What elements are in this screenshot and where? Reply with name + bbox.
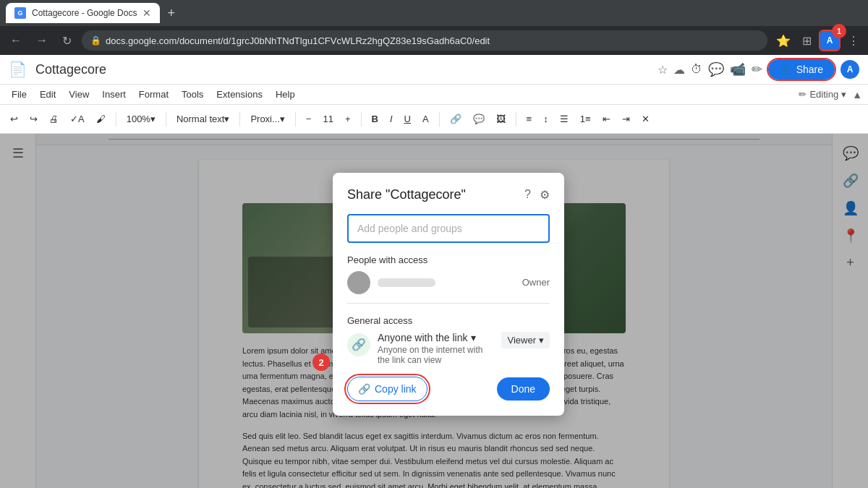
line-spacing-button[interactable]: ↕ bbox=[539, 111, 553, 127]
docs-menu-bar: File Edit View Insert Format Tools Exten… bbox=[0, 84, 868, 104]
bold-button[interactable]: B bbox=[367, 111, 383, 127]
redo-button[interactable]: ↪ bbox=[25, 111, 42, 127]
edit-pencil-icon: ✏ bbox=[799, 89, 807, 100]
help-icon[interactable]: ? bbox=[524, 188, 531, 202]
spellcheck-button[interactable]: ✓A bbox=[66, 111, 89, 127]
sidebar-left: ☰ bbox=[0, 134, 36, 488]
forward-button[interactable]: → bbox=[32, 31, 52, 50]
share-modal[interactable]: Share "Cottagecore" ? ⚙ People with acce… bbox=[333, 173, 564, 416]
font-size-increase[interactable]: + bbox=[341, 111, 355, 127]
history-icon[interactable]: ⏱ bbox=[691, 63, 702, 77]
modal-title-icons: ? ⚙ bbox=[524, 188, 550, 202]
people-sidebar-icon[interactable]: 👤 bbox=[843, 200, 859, 216]
viewer-chevron-icon: ▾ bbox=[539, 335, 544, 346]
docs-logo: 📄 bbox=[9, 61, 27, 78]
menu-icon[interactable]: ⋮ bbox=[845, 31, 862, 51]
indent-increase-button[interactable]: ⇥ bbox=[618, 111, 634, 127]
map-sidebar-icon[interactable]: 📍 bbox=[843, 228, 859, 244]
style-selector[interactable]: Normal text▾ bbox=[172, 111, 234, 127]
mode-icon[interactable]: ✏ bbox=[752, 61, 762, 77]
star-icon[interactable]: ☆ bbox=[658, 63, 668, 77]
print-button[interactable]: 🖨 bbox=[45, 111, 63, 127]
new-tab-button[interactable]: + bbox=[164, 6, 178, 21]
drive-icon[interactable]: ☁ bbox=[673, 63, 685, 77]
comments-sidebar-icon[interactable]: 💬 bbox=[843, 145, 859, 161]
docs-formatting-bar: ↩ ↪ 🖨 ✓A 🖌 100%▾ Normal text▾ Proxi...▾ … bbox=[0, 104, 868, 133]
menu-file[interactable]: File bbox=[6, 87, 33, 101]
profile-avatar[interactable]: 1 A bbox=[820, 31, 839, 50]
address-bar[interactable]: 🔒 docs.google.com/document/d/1grcJ0bNhTN… bbox=[82, 30, 767, 51]
add-people-input[interactable] bbox=[347, 214, 550, 243]
modal-title-text: Share "Cottagecore" bbox=[347, 187, 466, 202]
access-info: Anyone with the link ▾ Anyone on the int… bbox=[378, 332, 494, 365]
docs-header: 📄 Cottagecore ☆ ☁ ⏱ 💬 📹 ✏ 👤 Share A File… bbox=[0, 55, 868, 134]
indent-decrease-button[interactable]: ⇤ bbox=[598, 111, 615, 127]
collapse-icon[interactable]: ▲ bbox=[852, 89, 862, 100]
menu-insert[interactable]: Insert bbox=[96, 87, 132, 101]
add-sidebar-icon[interactable]: + bbox=[846, 255, 854, 270]
access-icon: 🔗 bbox=[347, 333, 370, 356]
menu-edit[interactable]: Edit bbox=[34, 87, 61, 101]
modal-title-bar: Share "Cottagecore" ? ⚙ bbox=[347, 187, 550, 202]
menu-help[interactable]: Help bbox=[270, 87, 301, 101]
font-selector[interactable]: Proxi...▾ bbox=[246, 111, 289, 127]
access-type[interactable]: Anyone with the link ▾ bbox=[378, 332, 494, 343]
copy-link-button[interactable]: 🔗 Copy link bbox=[347, 377, 427, 401]
people-row: Owner bbox=[347, 271, 550, 294]
font-size-decrease[interactable]: − bbox=[302, 111, 316, 127]
align-button[interactable]: ≡ bbox=[522, 111, 537, 127]
zoom-selector[interactable]: 100%▾ bbox=[122, 111, 160, 127]
comment-icon[interactable]: 💬 bbox=[708, 61, 724, 77]
share-button-label: Share bbox=[796, 64, 823, 75]
italic-button[interactable]: I bbox=[386, 111, 397, 127]
done-button[interactable]: Done bbox=[497, 377, 550, 401]
underline-button[interactable]: U bbox=[400, 111, 415, 127]
paint-format-button[interactable]: 🖌 bbox=[92, 111, 110, 127]
doc-title[interactable]: Cottagecore bbox=[35, 62, 652, 77]
browser-tab[interactable]: G Cottagecore - Google Docs ✕ bbox=[6, 3, 160, 23]
comment-button[interactable]: 💬 bbox=[469, 111, 489, 127]
share-button[interactable]: 👤 Share bbox=[768, 59, 835, 80]
numbered-list-button[interactable]: 1≡ bbox=[576, 111, 595, 127]
undo-button[interactable]: ↩ bbox=[6, 111, 22, 127]
access-desc: Anyone on the internet with the link can… bbox=[378, 345, 494, 365]
search-icon[interactable]: ⭐ bbox=[773, 31, 793, 51]
editing-label: ✏ Editing ▾ bbox=[799, 89, 846, 100]
list-button[interactable]: ☰ bbox=[556, 111, 573, 127]
outline-icon[interactable]: ☰ bbox=[12, 145, 24, 161]
tab-close-button[interactable]: ✕ bbox=[142, 7, 151, 19]
font-size-field[interactable]: 11 bbox=[318, 111, 337, 127]
links-sidebar-icon[interactable]: 🔗 bbox=[843, 173, 859, 189]
ruler bbox=[36, 134, 832, 145]
docs-title-icons: ☆ ☁ ⏱ bbox=[658, 63, 702, 77]
access-row: 🔗 Anyone with the link ▾ Anyone on the i… bbox=[347, 332, 550, 365]
image-button[interactable]: 🖼 bbox=[492, 111, 510, 127]
lock-icon: 🔒 bbox=[90, 35, 101, 46]
video-icon[interactable]: 📹 bbox=[730, 61, 746, 77]
refresh-button[interactable]: ↻ bbox=[58, 31, 76, 51]
settings-icon[interactable]: ⚙ bbox=[540, 188, 550, 202]
content-area: ☰ Lorem ipsum dolor sit amet, consectetu… bbox=[0, 134, 868, 488]
docs-title-bar: 📄 Cottagecore ☆ ☁ ⏱ 💬 📹 ✏ 👤 Share A bbox=[0, 55, 868, 84]
sidebar-right: 💬 🔗 👤 📍 + bbox=[832, 134, 868, 488]
menu-tools[interactable]: Tools bbox=[176, 87, 209, 101]
menu-view[interactable]: View bbox=[63, 87, 95, 101]
bookmark-icon[interactable]: ⊞ bbox=[799, 31, 814, 51]
modal-divider bbox=[347, 303, 550, 304]
annotation-badge-2: 2 bbox=[312, 354, 330, 371]
menu-format[interactable]: Format bbox=[133, 87, 174, 101]
back-button[interactable]: ← bbox=[6, 31, 26, 50]
viewer-dropdown[interactable]: Viewer ▾ bbox=[501, 332, 550, 348]
person-avatar bbox=[347, 271, 370, 294]
user-avatar[interactable]: A bbox=[841, 60, 859, 79]
tab-favicon: G bbox=[14, 7, 26, 19]
browser-nav-bar: ← → ↻ 🔒 docs.google.com/document/d/1grcJ… bbox=[0, 26, 868, 55]
link-button[interactable]: 🔗 bbox=[446, 111, 466, 127]
text-color-button[interactable]: A bbox=[418, 111, 433, 127]
owner-label: Owner bbox=[522, 277, 550, 288]
access-chevron-icon: ▾ bbox=[471, 332, 476, 343]
menu-extensions[interactable]: Extensions bbox=[210, 87, 268, 101]
clear-format-button[interactable]: ✕ bbox=[637, 111, 654, 127]
chevron-down-icon[interactable]: ▾ bbox=[841, 89, 846, 100]
copy-link-label: Copy link bbox=[375, 383, 417, 395]
